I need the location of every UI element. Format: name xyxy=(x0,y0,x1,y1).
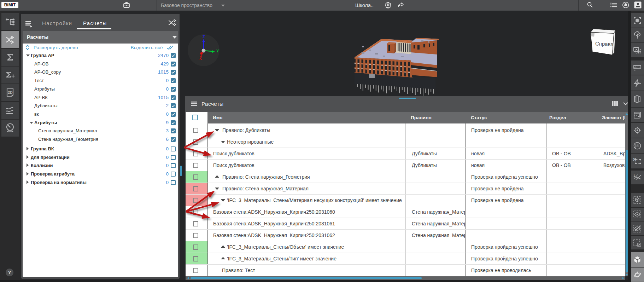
svg-text:2D: 2D xyxy=(8,90,13,94)
svg-text:2: 2 xyxy=(637,173,638,175)
svg-text:Z: Z xyxy=(203,35,205,39)
svg-text:Y: Y xyxy=(216,49,219,53)
svg-text:Справа: Справа xyxy=(595,40,614,47)
svg-text:1: 1 xyxy=(634,174,635,176)
svg-text:X: X xyxy=(199,57,202,61)
